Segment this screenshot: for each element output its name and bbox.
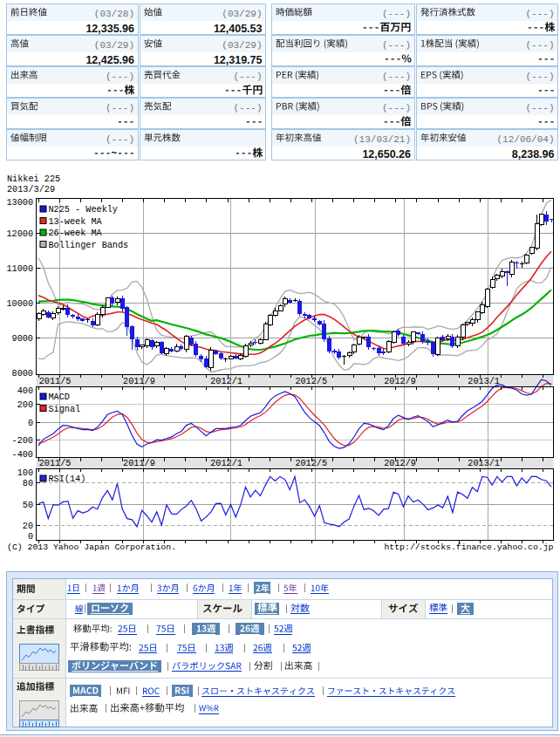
svg-text:RSI(14): RSI(14) — [49, 474, 86, 484]
svg-text:2011/5: 2011/5 — [39, 377, 72, 386]
svg-text:(C) 2013 Yahoo Japan Corporati: (C) 2013 Yahoo Japan Corporation. — [7, 543, 176, 552]
svg-text:N225 - Weekly: N225 - Weekly — [49, 205, 118, 215]
svg-text:http://stocks.finance.yahoo.co: http://stocks.finance.yahoo.co.jp — [384, 543, 553, 552]
svg-text:2013/1: 2013/1 — [468, 377, 500, 386]
svg-text:80: 80 — [23, 479, 33, 488]
svg-text:2012/1: 2012/1 — [210, 459, 242, 468]
svg-text:MACD: MACD — [49, 392, 70, 402]
svg-text:-200: -200 — [12, 436, 33, 446]
svg-text:0: 0 — [28, 419, 33, 428]
svg-text:200: 200 — [17, 400, 33, 410]
svg-text:2011/9: 2011/9 — [123, 377, 155, 386]
svg-text:2012/9: 2012/9 — [384, 377, 416, 386]
svg-text:9000: 9000 — [12, 334, 33, 344]
svg-text:2012/1: 2012/1 — [210, 377, 242, 386]
svg-text:20: 20 — [23, 522, 33, 531]
svg-text:2011/9: 2011/9 — [123, 459, 155, 468]
svg-text:12000: 12000 — [6, 229, 33, 239]
svg-text:2012/9: 2012/9 — [384, 459, 416, 468]
svg-text:Signal: Signal — [49, 405, 81, 414]
svg-text:2013/1: 2013/1 — [468, 459, 500, 468]
svg-text:-400: -400 — [12, 450, 33, 460]
svg-text:Bollinger Bands: Bollinger Bands — [49, 241, 129, 250]
svg-text:100: 100 — [17, 468, 33, 478]
svg-text:26-week MA: 26-week MA — [49, 229, 103, 238]
svg-text:2011/5: 2011/5 — [39, 459, 72, 468]
svg-text:2013/3/29: 2013/3/29 — [7, 185, 55, 194]
svg-text:Nikkei 225: Nikkei 225 — [7, 174, 60, 184]
svg-text:2012/5: 2012/5 — [295, 459, 327, 468]
svg-text:0: 0 — [28, 532, 33, 542]
svg-text:11000: 11000 — [6, 264, 33, 274]
svg-text:2012/5: 2012/5 — [295, 377, 327, 386]
svg-text:50: 50 — [23, 501, 33, 510]
svg-text:13000: 13000 — [6, 198, 33, 208]
svg-text:8000: 8000 — [12, 369, 33, 379]
svg-text:10000: 10000 — [6, 299, 33, 309]
svg-text:13-week MA: 13-week MA — [49, 217, 103, 227]
svg-text:400: 400 — [17, 386, 33, 396]
